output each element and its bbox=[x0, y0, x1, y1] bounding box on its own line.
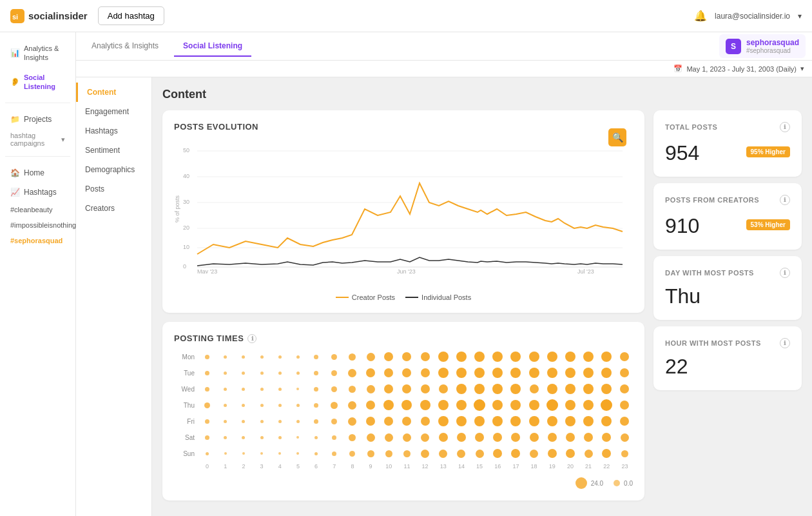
hour-labels: 01234567891011121314151617181920212223 bbox=[174, 463, 633, 470]
sec-hashtags[interactable]: Hashtags bbox=[76, 121, 151, 141]
bubble-sun-20 bbox=[562, 446, 578, 461]
nav-social-listening[interactable]: 👂 SocialListening bbox=[5, 69, 70, 95]
bubble-tue-21 bbox=[580, 366, 596, 380]
line-chart-svg: 50 40 30 20 10 0 bbox=[174, 144, 633, 273]
hour-label-17: 17 bbox=[508, 463, 524, 470]
bubble-mon-14 bbox=[453, 350, 469, 364]
account-handle: #sephorasquad bbox=[746, 47, 799, 54]
bubble-sun-13 bbox=[435, 446, 451, 461]
account-name: sephorasquad bbox=[746, 38, 799, 47]
user-dropdown-icon[interactable]: ▾ bbox=[798, 12, 802, 21]
bubble-wed-16 bbox=[490, 382, 506, 396]
bubble-wed-9 bbox=[362, 382, 378, 396]
bubble-chart: MonTueWedThuFriSatSun 012345678910111213… bbox=[174, 350, 633, 470]
bubble-tue-13 bbox=[435, 366, 451, 380]
hour-label-10: 10 bbox=[381, 463, 397, 470]
bubble-sat-7 bbox=[326, 430, 342, 444]
bubble-tue-22 bbox=[599, 366, 615, 380]
bubble-sun-15 bbox=[471, 446, 487, 461]
bubble-sun-23 bbox=[617, 446, 633, 461]
bubble-sun-3 bbox=[253, 446, 269, 461]
bubble-tue-5 bbox=[290, 366, 306, 380]
bubble-mon-2 bbox=[235, 350, 251, 364]
bubble-sun-1 bbox=[217, 446, 233, 461]
bubble-tue-4 bbox=[272, 366, 288, 380]
hour-label-15: 15 bbox=[471, 463, 487, 470]
bubble-fri-12 bbox=[417, 414, 433, 428]
sec-posts[interactable]: Posts bbox=[76, 179, 151, 199]
bubble-mon-20 bbox=[562, 350, 578, 364]
hour-most-info[interactable]: ℹ bbox=[780, 338, 790, 348]
bubble-sat-9 bbox=[362, 430, 378, 444]
nav-projects[interactable]: 📁 Projects bbox=[5, 111, 70, 128]
hashtags-icon: 📈 bbox=[10, 188, 20, 197]
stats-column: TOTAL POSTS ℹ 954 95% Higher bbox=[653, 110, 802, 501]
charts-column: POSTS EVOLUTION 🔍 50 40 30 bbox=[162, 110, 644, 501]
bubble-tue-16 bbox=[490, 366, 506, 380]
bubble-thu-4 bbox=[272, 398, 288, 412]
day-most-info[interactable]: ℹ bbox=[780, 268, 790, 278]
bubble-thu-23 bbox=[617, 398, 633, 412]
sec-engagement[interactable]: Engagement bbox=[76, 102, 151, 121]
main-content-area: Content POSTS EVOLUTION 🔍 bbox=[152, 77, 812, 516]
notification-icon[interactable]: 🔔 bbox=[694, 10, 707, 22]
nav-hashtags-label: Hashtags bbox=[24, 188, 57, 197]
bubble-thu-7 bbox=[326, 398, 342, 412]
bubble-sun-10 bbox=[381, 446, 397, 461]
hashtag-cleanbeauty[interactable]: #cleanbeauty bbox=[5, 203, 70, 216]
tab-analytics[interactable]: Analytics & Insights bbox=[82, 36, 168, 57]
bubble-mon-0 bbox=[199, 350, 215, 364]
account-selector[interactable]: S sephorasquad #sephorasquad bbox=[719, 34, 806, 58]
hour-most-label: HOUR WITH MOST POSTS bbox=[665, 339, 761, 347]
bubble-fri-11 bbox=[399, 414, 415, 428]
hour-label-0: 0 bbox=[199, 463, 215, 470]
social-listening-icon: 👂 bbox=[10, 77, 20, 86]
nav-hashtags[interactable]: 📈 Hashtags bbox=[5, 184, 70, 201]
bubble-legend: 24.0 0.0 bbox=[174, 477, 633, 489]
tab-social-listening[interactable]: Social Listening bbox=[174, 36, 251, 57]
bubble-tue-1 bbox=[217, 366, 233, 380]
sec-content[interactable]: Content bbox=[76, 83, 151, 102]
nav-home[interactable]: 🏠 Home bbox=[5, 164, 70, 181]
hashtag-impossible[interactable]: #impossibleisnothing bbox=[5, 219, 70, 232]
bubble-sun-19 bbox=[544, 446, 560, 461]
bubble-sat-14 bbox=[453, 430, 469, 444]
sec-demographics[interactable]: Demographics bbox=[76, 160, 151, 179]
bubble-sat-11 bbox=[399, 430, 415, 444]
bubble-wed-15 bbox=[471, 382, 487, 396]
add-hashtag-button[interactable]: Add hashtag bbox=[98, 6, 164, 25]
hashtag-sephorasquad[interactable]: #sephorasquad bbox=[5, 234, 70, 247]
bubble-fri-9 bbox=[362, 414, 378, 428]
bubble-wed-7 bbox=[326, 382, 342, 396]
svg-text:10: 10 bbox=[183, 244, 189, 250]
nav-projects-section: 📁 Projects hashtag campaigns ▾ bbox=[5, 111, 70, 148]
bubble-mon-21 bbox=[580, 350, 596, 364]
bubble-mon-6 bbox=[308, 350, 324, 364]
hour-label-21: 21 bbox=[580, 463, 596, 470]
posts-creators-value: 910 bbox=[665, 214, 699, 238]
bubble-thu-14 bbox=[453, 398, 469, 412]
bubble-wed-4 bbox=[272, 382, 288, 396]
bubble-sat-2 bbox=[235, 430, 251, 444]
posting-times-info-icon[interactable]: ℹ bbox=[247, 334, 256, 343]
hashtag-campaigns[interactable]: hashtag campaigns ▾ bbox=[5, 130, 70, 148]
date-dropdown-icon[interactable]: ▾ bbox=[800, 64, 804, 73]
sec-creators[interactable]: Creators bbox=[76, 199, 151, 218]
bubble-thu-21 bbox=[580, 398, 596, 412]
chart-legend: Creator Posts Individual Posts bbox=[174, 293, 633, 301]
total-posts-info[interactable]: ℹ bbox=[780, 122, 790, 132]
bubble-sun-22 bbox=[599, 446, 615, 461]
bubble-thu-20 bbox=[562, 398, 578, 412]
sec-sentiment[interactable]: Sentiment bbox=[76, 141, 151, 160]
analytics-icon: 📊 bbox=[10, 48, 20, 57]
bubble-thu-12 bbox=[417, 398, 433, 412]
line-chart-container: 50 40 30 20 10 0 bbox=[174, 138, 633, 288]
bubble-wed-13 bbox=[435, 382, 451, 396]
svg-text:% of posts: % of posts bbox=[174, 195, 180, 223]
hour-label-18: 18 bbox=[526, 463, 542, 470]
bubble-fri-4 bbox=[272, 414, 288, 428]
hour-label-4: 4 bbox=[272, 463, 288, 470]
posts-creators-info[interactable]: ℹ bbox=[780, 195, 790, 205]
top-bar: si socialinsider Add hashtag 🔔 laura@soc… bbox=[0, 0, 812, 32]
nav-analytics-insights[interactable]: 📊 Analytics &Insights bbox=[5, 40, 70, 66]
